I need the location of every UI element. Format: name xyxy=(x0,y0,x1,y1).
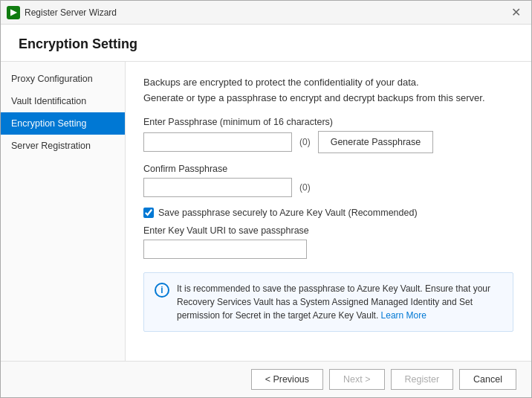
sidebar: Proxy Configuration Vault Identification… xyxy=(1,62,126,361)
app-icon: ▶ xyxy=(7,6,20,19)
footer: < Previous Next > Register Cancel xyxy=(1,361,531,397)
passphrase-count: (0) xyxy=(299,137,311,147)
uri-input[interactable] xyxy=(143,240,307,259)
info-line2: Generate or type a passphrase to encrypt… xyxy=(143,92,513,103)
close-button[interactable]: ✕ xyxy=(507,4,525,21)
cancel-button[interactable]: Cancel xyxy=(459,369,516,390)
page-header: Encryption Setting xyxy=(1,25,531,62)
checkbox-row: Save passphrase securely to Azure Key Va… xyxy=(143,208,513,218)
info-line1: Backups are encrypted to protect the con… xyxy=(143,77,513,88)
info-box: i It is recommended to save the passphra… xyxy=(143,272,513,332)
confirm-passphrase-input[interactable] xyxy=(143,178,292,197)
generate-passphrase-button[interactable]: Generate Passphrase xyxy=(318,131,434,153)
main-content: Backups are encrypted to protect the con… xyxy=(126,62,531,361)
sidebar-item-proxy-configuration[interactable]: Proxy Configuration xyxy=(1,68,125,90)
uri-label: Enter Key Vault URI to save passphrase xyxy=(143,225,513,236)
learn-more-link[interactable]: Learn More xyxy=(381,310,426,321)
confirm-row: (0) xyxy=(143,178,513,197)
window-title: Register Server Wizard xyxy=(25,7,117,18)
passphrase-input[interactable] xyxy=(143,132,292,152)
confirm-count: (0) xyxy=(299,182,311,193)
info-message: It is recommended to save the passphrase… xyxy=(177,282,502,322)
confirm-label: Confirm Passphrase xyxy=(143,164,513,174)
passphrase-row: (0) Generate Passphrase xyxy=(143,131,513,153)
title-bar: ▶ Register Server Wizard ✕ xyxy=(1,1,531,25)
sidebar-item-vault-identification[interactable]: Vault Identification xyxy=(1,90,125,112)
sidebar-item-server-registration[interactable]: Server Registration xyxy=(1,135,125,157)
page-title: Encryption Setting xyxy=(19,36,513,52)
checkbox-label[interactable]: Save passphrase securely to Azure Key Va… xyxy=(158,208,418,218)
info-icon: i xyxy=(155,283,169,298)
main-window: ▶ Register Server Wizard ✕ Encryption Se… xyxy=(0,0,532,398)
next-button[interactable]: Next > xyxy=(329,369,384,390)
sidebar-item-encryption-setting[interactable]: Encryption Setting xyxy=(1,112,125,135)
content-area: Proxy Configuration Vault Identification… xyxy=(1,62,531,361)
form-section: Enter Passphrase (minimum of 16 characte… xyxy=(143,117,513,332)
previous-button[interactable]: < Previous xyxy=(251,369,323,390)
passphrase-label: Enter Passphrase (minimum of 16 characte… xyxy=(143,117,513,127)
save-keyvault-checkbox[interactable] xyxy=(143,208,154,218)
register-button[interactable]: Register xyxy=(391,369,454,390)
